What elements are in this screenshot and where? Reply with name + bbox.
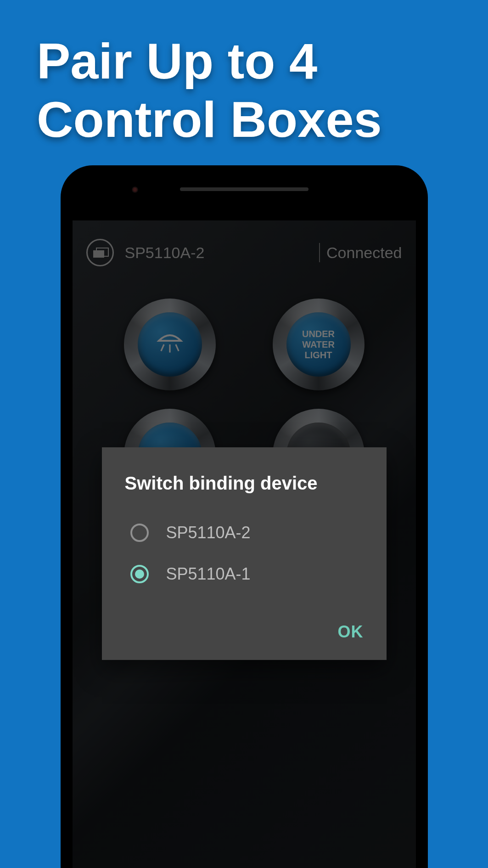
- switch-device-dialog: Switch binding device SP5110A-2 SP5110A-…: [102, 447, 387, 660]
- radio-selected-icon: [130, 565, 149, 583]
- ok-button[interactable]: OK: [338, 622, 364, 642]
- headline-line-2: Control Boxes: [37, 90, 451, 149]
- phone-speaker: [180, 187, 309, 191]
- device-option-label: SP5110A-1: [166, 564, 251, 584]
- app-screen: SP5110A-2 Connected UNDER WATER LIGHT: [73, 220, 416, 868]
- device-option-label: SP5110A-2: [166, 523, 251, 542]
- headline-line-1: Pair Up to 4: [37, 32, 451, 90]
- radio-icon: [130, 524, 149, 542]
- dialog-title: Switch binding device: [102, 447, 387, 512]
- device-option-1[interactable]: SP5110A-1: [102, 553, 387, 595]
- marketing-headline: Pair Up to 4 Control Boxes: [0, 0, 488, 148]
- phone-frame: SP5110A-2 Connected UNDER WATER LIGHT: [61, 165, 428, 868]
- phone-camera: [132, 186, 138, 193]
- device-option-0[interactable]: SP5110A-2: [102, 512, 387, 553]
